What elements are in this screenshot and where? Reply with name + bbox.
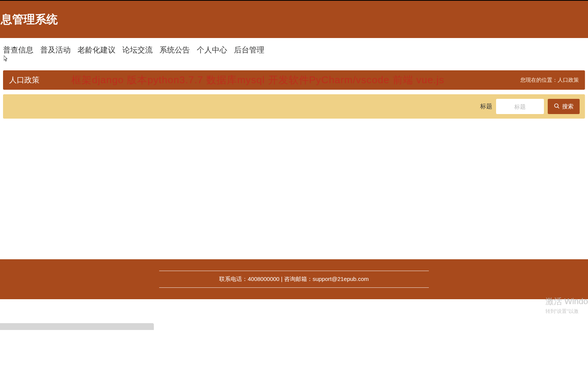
nav-item-popular-activity[interactable]: 普及活动 [40, 45, 71, 55]
taskbar-preview-shadow [0, 323, 154, 330]
nav-item-user-center[interactable]: 个人中心 [197, 45, 227, 55]
search-icon [554, 103, 560, 110]
main-nav: 普查信息 普及活动 老龄化建议 论坛交流 系统公告 个人中心 后台管理 [0, 38, 588, 59]
footer-contact: 联系电话：4008000000 | 咨询邮箱：support@21epub.co… [219, 274, 368, 284]
footer-divider-bottom [159, 287, 429, 288]
section-title: 人口政策 [9, 75, 40, 85]
breadcrumb-current: 人口政策 [558, 77, 579, 83]
app-header: 息管理系统 [0, 0, 588, 38]
page-footer: 联系电话：4008000000 | 咨询邮箱：support@21epub.co… [0, 259, 588, 299]
breadcrumb: 您现在的位置：人口政策 [520, 77, 579, 84]
svg-line-1 [558, 107, 559, 108]
windows-activate-sub: 转到"设置"以激 [545, 308, 588, 315]
nav-item-census-info[interactable]: 普查信息 [3, 45, 33, 55]
windows-activate-title: 激活 Windo [545, 296, 588, 307]
results-area [3, 119, 585, 259]
footer-divider-top [159, 271, 429, 271]
search-button-label: 搜索 [562, 103, 574, 110]
content-area: 人口政策 框架django 版本python3.7.7 数据库mysql 开发软… [0, 59, 588, 259]
app-title: 息管理系统 [0, 12, 58, 27]
section-header: 人口政策 框架django 版本python3.7.7 数据库mysql 开发软… [3, 70, 585, 90]
windows-activation-watermark: 激活 Windo 转到"设置"以激 [545, 296, 588, 315]
nav-item-aging-advice[interactable]: 老龄化建议 [77, 45, 115, 55]
watermark-text: 框架django 版本python3.7.7 数据库mysql 开发软件PyCh… [71, 73, 444, 87]
svg-point-0 [555, 104, 558, 107]
breadcrumb-label: 您现在的位置： [520, 77, 558, 83]
search-input[interactable] [496, 99, 544, 114]
search-label: 标题 [480, 103, 492, 111]
nav-item-announcement[interactable]: 系统公告 [160, 45, 190, 55]
search-bar: 标题 搜索 [3, 94, 585, 119]
search-button[interactable]: 搜索 [548, 99, 580, 114]
nav-item-forum[interactable]: 论坛交流 [122, 45, 153, 55]
nav-item-admin[interactable]: 后台管理 [234, 45, 264, 55]
